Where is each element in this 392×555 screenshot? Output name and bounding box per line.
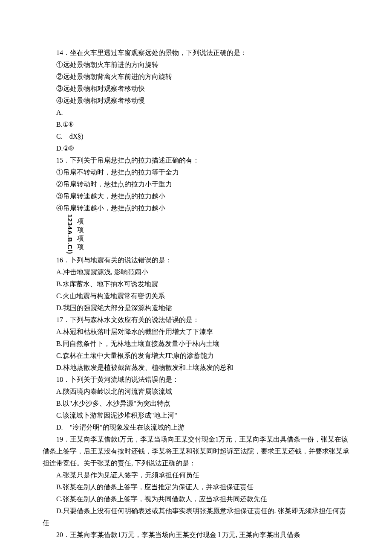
q20-stem: 20．王某向李某借款1万元，李某当场向王某交付现金 I 万元, 王某向李某出具借…: [43, 529, 349, 541]
q17-opt-c: C.森林在土壤中大量根系的发育增大JT:康的渗蓄能力: [43, 350, 349, 362]
q18-opt-b: B.以"水少沙多、水沙异源"为突出特点: [43, 398, 349, 410]
q15-v3: 项: [77, 234, 84, 243]
q14-s1: ①远处景物朝火车前进的方向旋转: [43, 59, 349, 71]
q18-opt-a: A.陕西境内秦岭以北的河流皆属该流域: [43, 386, 349, 398]
q17-num: 17: [56, 316, 63, 323]
q18-opt-d: D. "泠渭分明"的现象发生在该流域的上游: [43, 421, 349, 433]
q15-v2: 项: [77, 226, 84, 234]
q15-v4: 项: [77, 243, 84, 251]
q18-stem: 18．卜列关于黄河流域的说法错误的是：: [43, 374, 349, 386]
q15-s1: ①吊扇不转动时，悬挂点的拉力等于全力: [43, 166, 349, 178]
q14-stem-text: ．坐在火车里透过车窗观察远处的景物，下列说法正确的是：: [63, 49, 247, 56]
q15-stem-text: ．下列关于吊扇悬挂点的拉力描述正确的有：: [63, 157, 199, 164]
q19-opt-d: D.只耍借条上没有任何明确表述或其他事实表明张某愿意承担保证责任的. 张某即无须…: [43, 505, 349, 529]
q15-s4: ④吊扇转速越小，悬挂点的拉力越小: [43, 202, 349, 214]
q15-num: 15: [56, 157, 63, 164]
q14-s2: ②远处景物朝背离火车前进的方向旋转: [43, 71, 349, 83]
q18-opt-c: C.该流域卜游常因泥沙堆积形成"地上河": [43, 410, 349, 421]
q15-s3: ③吊扇转速越大，悬挂点的拉力越小: [43, 190, 349, 202]
q16-stem-text: ．卜列与地震有关的说法错误的是：: [63, 256, 172, 264]
document-page: 14．坐在火车里透过车窗观察远处的景物，下列说法正确的是： ①远处景物朝火车前进…: [0, 0, 392, 555]
q14-opt-b: B.①®: [43, 119, 349, 131]
q17-stem: 17．下列与森林水文效应有关的说法错误的是：: [43, 314, 349, 326]
q14-s3: ③远处景物相对观察者移动快: [43, 83, 349, 95]
q19-opt-a: A.张某只是作为见证人签字，无须承担任何员任: [43, 469, 349, 481]
q14-num: 14: [56, 49, 63, 56]
q16-opt-b: B.水库蓄水、地下抽水可诱发地震: [43, 278, 349, 290]
q19-opt-c: C.张某在别人的借条上签字，视为共同借款人，应当承担共同还款先任: [43, 493, 349, 505]
q16-opt-d: D.我国的强震绝大部分是深源构造地镭: [43, 302, 349, 314]
q20-num: 20: [56, 531, 63, 538]
q15-stem: 15．下列关于吊扇悬挂点的拉力描述正确的有：: [43, 154, 349, 166]
q15-vertical-items: 项 项 项 项: [77, 217, 84, 251]
q16-num: 16: [56, 256, 63, 264]
q18-stem-text: ．卜列关于黄河流域的说法错误的是：: [63, 376, 179, 383]
q15-vertical-label: 1234A.B.Cl): [64, 214, 75, 254]
q20-stem-text: ．王某向李某借款1万元，李某当场向王某交付现金 I 万元, 王某向李某出具借条: [63, 531, 300, 538]
q19-stem-text: ．王某向李某借款I万元，李某当场向王某交付现金1万元，王某向李某出具借条一份，张…: [43, 436, 349, 467]
q15-options-block: 1234A.B.Cl) 项 项 项 项: [64, 214, 349, 254]
q14-opt-a: A.: [43, 107, 349, 119]
q19-opt-b: B.张某在别人的借条上答字，应当推定为保证人，并承担保证责任: [43, 481, 349, 493]
q19-num: 19: [56, 436, 63, 443]
q15-s2: ②吊扇转动时，悬挂点的拉力小于重力: [43, 178, 349, 190]
q15-v1: 项: [77, 217, 84, 226]
q16-opt-c: C.火山地震与构造地震常有密切关系: [43, 290, 349, 302]
q17-opt-b: B.同自然条件下，无林地土壤直接蒸发量小于林内土壤: [43, 338, 349, 350]
q17-opt-a: A.林冠和枯枝落叶层对降水的截留作用增大了下漆率: [43, 326, 349, 338]
q14-opt-c: C. dX§): [43, 131, 349, 142]
q14-stem: 14．坐在火车里透过车窗观察远处的景物，下列说法正确的是：: [43, 47, 349, 59]
q14-s4: ④远处景物相对观察者移动慢: [43, 95, 349, 107]
q16-opt-a: A.冲击地震震源浅, 影响范闹小: [43, 266, 349, 278]
q16-stem: 16．卜列与地震有关的说法错误的是：: [43, 254, 349, 266]
q18-num: 18: [56, 376, 63, 383]
q17-stem-text: ．下列与森林水文效应有关的说法错误的是：: [63, 316, 199, 323]
q14-opt-d: D.②®: [43, 142, 349, 154]
q17-opt-d: D.林地蒸散发是植被截留蒸发、植物散发和上壤蒸发的总和: [43, 362, 349, 374]
q19-stem-line1: 19．王某向李某借款I万元，李某当场向王某交付现金1万元，王某向李某出具借条一份…: [43, 433, 349, 469]
